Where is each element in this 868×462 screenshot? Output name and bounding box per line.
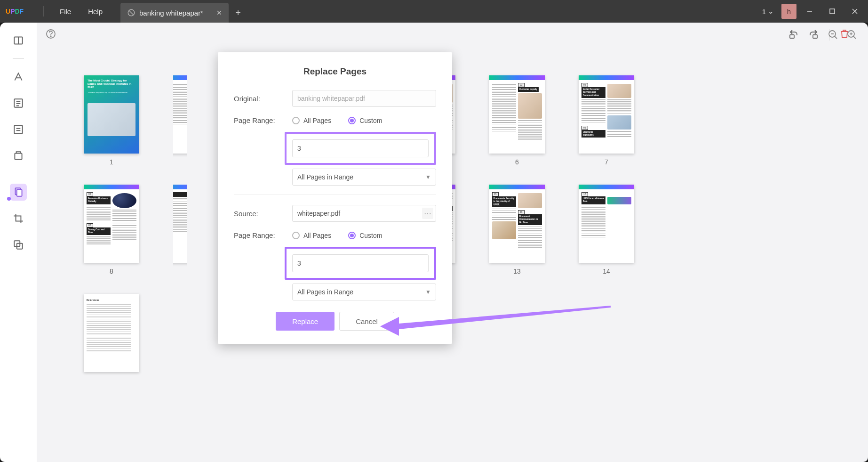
page-number: 8 [110, 267, 113, 275]
svg-rect-19 [17, 190, 22, 196]
rotate-left-icon[interactable] [788, 28, 799, 41]
original-range-select[interactable]: All Pages in Range▼ [292, 169, 436, 186]
page-range-label-2: Page Range: [234, 231, 286, 239]
window-count[interactable]: 1⌄ [758, 7, 778, 16]
svg-rect-24 [790, 35, 794, 38]
cancel-button[interactable]: Cancel [339, 312, 394, 331]
section-title: Saving Cost and Time [87, 227, 111, 235]
dialog-title: Replace Pages [234, 66, 436, 77]
reader-mode-icon[interactable] [10, 32, 27, 49]
add-tab-button[interactable]: + [229, 3, 247, 23]
rail-indicator [7, 197, 11, 201]
all-pages-radio[interactable]: All Pages [292, 117, 331, 124]
section-title: Promotes Business Globally [87, 196, 111, 204]
page-thumbnail[interactable]: 17 UPDF is an all-in-one Tool. 14 [579, 185, 634, 275]
organize-pages-icon[interactable] [10, 184, 27, 201]
page-number: 6 [515, 158, 519, 166]
separator [43, 6, 44, 16]
batch-icon[interactable] [10, 236, 27, 253]
svg-point-23 [50, 36, 51, 37]
rail-separator [13, 174, 24, 174]
thumbnails-grid: The Most Crucial Strategy for Banks and … [37, 47, 868, 462]
cta-bar [607, 197, 631, 204]
help-icon[interactable] [45, 28, 56, 41]
section-title: Better Customer Services and Communicati… [581, 87, 605, 98]
page-thumbnail[interactable] [173, 75, 187, 166]
page-number: 7 [605, 158, 608, 166]
page-thumbnail[interactable]: 15 Documents Security is the priority of… [489, 185, 545, 275]
tabs: banking whitepapar* ✕ + [120, 0, 247, 23]
svg-rect-17 [15, 154, 22, 160]
source-all-pages-radio[interactable]: All Pages [292, 232, 331, 239]
rail-separator [13, 58, 24, 59]
cover-image [88, 103, 135, 136]
minimize-button[interactable] [800, 4, 819, 19]
svg-line-2 [129, 11, 134, 15]
document-icon [127, 8, 135, 17]
thumb-image [607, 84, 631, 98]
thumb-image [112, 193, 136, 208]
section-title: UPDF is an all-in-one Tool. [581, 196, 605, 204]
original-file-input [292, 90, 436, 107]
svg-text:UPDF: UPDF [6, 8, 24, 15]
page-thumbnail[interactable]: Enha [173, 185, 187, 275]
menu-file[interactable]: File [51, 8, 80, 16]
ocr-icon[interactable] [10, 147, 27, 164]
annotate-icon[interactable] [10, 68, 27, 85]
user-avatar[interactable]: h [781, 4, 796, 19]
thumb-image [607, 115, 631, 130]
page-number: 14 [603, 267, 610, 275]
page-number: 13 [513, 267, 521, 275]
tab-document[interactable]: banking whitepapar* ✕ [120, 3, 229, 23]
source-range-input[interactable] [292, 254, 429, 272]
tab-title: banking whitepapar* [139, 9, 213, 17]
range-highlight-2 [285, 247, 436, 280]
thumb-image [492, 221, 516, 239]
original-range-input[interactable] [292, 139, 429, 157]
maximize-button[interactable] [823, 4, 842, 19]
chevron-down-icon: ⌄ [768, 7, 774, 16]
page-thumbnail[interactable]: 03 Customer Loyalty 6 [489, 75, 545, 166]
crop-icon[interactable] [10, 210, 27, 227]
title-bar: UPDF File Help banking whitepapar* ✕ + 1… [0, 0, 868, 23]
section-title: Documents Security is the priority of UP… [492, 196, 516, 207]
page-thumbnail[interactable]: 04 Better Customer Services and Communic… [579, 75, 634, 166]
top-toolbar [37, 23, 868, 47]
edit-text-icon[interactable] [10, 95, 27, 112]
thumb-image [518, 193, 542, 208]
menu-help[interactable]: Help [80, 8, 111, 16]
replace-pages-dialog: Replace Pages Original: Page Range: All … [218, 52, 452, 344]
app-body: The Most Crucial Strategy for Banks and … [0, 23, 868, 462]
cover-title: The Most Crucial Strategy for Banks and … [88, 79, 135, 89]
section-title: Customer Loyalty [518, 87, 539, 92]
caret-down-icon: ▼ [425, 174, 431, 180]
titlebar-right: 1⌄ h [758, 4, 868, 19]
replace-button[interactable]: Replace [276, 312, 334, 331]
svg-line-30 [853, 36, 856, 39]
section-title: Electronic signatures [581, 130, 605, 138]
app-logo: UPDF [6, 7, 28, 16]
thumb-image [518, 93, 542, 119]
rotate-right-icon[interactable] [808, 28, 820, 41]
close-window-button[interactable] [845, 4, 864, 19]
page-thumbnail[interactable]: References [84, 294, 139, 372]
source-file-input[interactable] [292, 205, 436, 222]
svg-rect-14 [14, 125, 22, 133]
browse-source-button[interactable]: ⋯ [422, 208, 433, 219]
left-rail [0, 23, 37, 462]
zoom-in-icon[interactable] [846, 29, 858, 42]
page-thumbnail[interactable]: The Most Crucial Strategy for Banks and … [84, 75, 139, 166]
source-custom-radio[interactable]: Custom [348, 232, 382, 239]
page-number: 1 [110, 158, 113, 166]
page-range-label: Page Range: [234, 116, 286, 124]
form-icon[interactable] [10, 121, 27, 138]
zoom-out-icon[interactable] [828, 29, 839, 42]
range-highlight-1 [285, 132, 436, 165]
dialog-divider [234, 194, 436, 195]
svg-rect-4 [830, 9, 835, 14]
custom-radio[interactable]: Custom [348, 117, 382, 124]
page-thumbnail[interactable]: 06 Promotes Business Globally 07 Saving … [84, 185, 139, 275]
tab-close-icon[interactable]: ✕ [216, 9, 222, 16]
caret-down-icon: ▼ [425, 289, 431, 295]
source-range-select[interactable]: All Pages in Range▼ [292, 284, 436, 300]
